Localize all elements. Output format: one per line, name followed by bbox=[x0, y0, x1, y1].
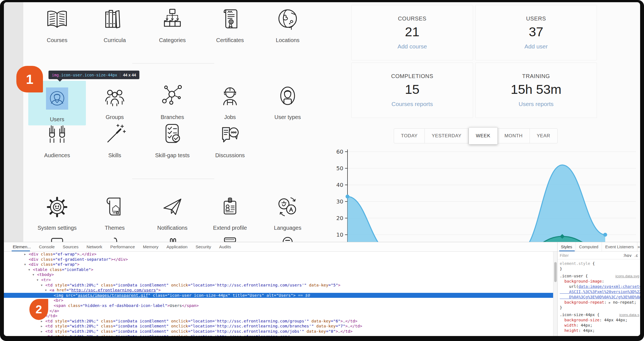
paper-plane-icon bbox=[160, 194, 185, 220]
svg-text:10: 10 bbox=[336, 231, 343, 238]
dom-line[interactable]: ▸ <div class="ef-wrap">…</div> bbox=[4, 252, 553, 257]
icon-tile-curricula[interactable]: Curricula bbox=[86, 2, 144, 43]
tooltip-tag: img bbox=[52, 73, 59, 77]
icon-tile-courses[interactable]: Courses bbox=[28, 2, 86, 43]
icon-tile-label: Skills bbox=[108, 152, 121, 159]
left-gutter bbox=[4, 2, 23, 242]
css-rule-line[interactable]: width: 44px; bbox=[560, 323, 640, 328]
icon-tile-notifications[interactable]: Notifications bbox=[144, 190, 201, 231]
icon-tile-user-types[interactable]: User types bbox=[259, 79, 316, 125]
tab-event-listeners[interactable]: Event Listeners bbox=[602, 242, 637, 251]
icon-tile-label: User types bbox=[274, 114, 301, 120]
dom-line[interactable]: </td> bbox=[4, 313, 553, 319]
dom-line[interactable]: ▸ <td style="width:20%;" class="iconData… bbox=[4, 334, 553, 336]
dom-line[interactable]: <span class="hidden-xs ef-dashboard-icon… bbox=[4, 303, 553, 308]
activity-area-chart[interactable]: 102030405060 bbox=[331, 147, 640, 242]
icon-tile-label: Languages bbox=[274, 225, 301, 231]
dom-line[interactable]: ▾ <tbody> bbox=[4, 272, 553, 277]
css-rule-line[interactable]: } bbox=[560, 305, 640, 310]
css-rule-line[interactable]: .icon-user {icons.data.svg bbox=[560, 273, 640, 279]
year-button[interactable]: YEAR bbox=[530, 128, 558, 143]
tab-network[interactable]: Network bbox=[86, 244, 102, 249]
dom-line[interactable]: ▾ <tr> bbox=[4, 277, 553, 283]
dom-line[interactable]: ▸ <td style="width:20%;" class="iconData… bbox=[4, 319, 553, 324]
dom-line[interactable]: ▸ <td style="width:20%;" class="iconData… bbox=[4, 324, 553, 329]
css-rule-line[interactable]: ASCII,%3C%3Fxml%20version%3D%221 bbox=[560, 289, 640, 294]
icon-tile-themes[interactable]: Themes bbox=[86, 190, 144, 231]
icon-tile-locations[interactable]: Locations bbox=[259, 2, 316, 43]
scrollbar-thumb[interactable] bbox=[554, 262, 557, 282]
tab-memory[interactable]: Memory bbox=[143, 244, 159, 249]
dom-line[interactable]: ▸ <td style="width:20%;" class="iconData… bbox=[4, 329, 553, 334]
styles-filter-input[interactable]: Filter bbox=[560, 253, 569, 258]
tab-styles[interactable]: Styles bbox=[558, 242, 576, 251]
gear-icon bbox=[44, 194, 70, 220]
yesterday-button[interactable]: YESTERDAY bbox=[425, 128, 469, 143]
today-button[interactable]: TODAY bbox=[394, 128, 425, 143]
pseudo-class-toggles[interactable]: :hov .c bbox=[623, 253, 638, 258]
css-rule-line[interactable]: .icon-size-44px {icons.data.s bbox=[560, 312, 640, 317]
dom-line[interactable]: ▾ <td style="width:20%;" class="iconData… bbox=[4, 283, 553, 288]
icon-tile-label: Themes bbox=[105, 225, 125, 231]
dom-line[interactable]: </a> bbox=[4, 308, 553, 314]
dom-line[interactable]: ▾ <table class="iconTable"> bbox=[4, 267, 553, 272]
week-button[interactable]: WEEK bbox=[469, 127, 497, 144]
tab-application[interactable]: Application bbox=[167, 244, 188, 249]
stat-value: 37 bbox=[529, 24, 543, 39]
dom-line[interactable]: <div class="ef-gradient-separator"></div… bbox=[4, 257, 553, 262]
css-rule-line[interactable]: url(data:image/svg+xml;charset=U bbox=[560, 284, 640, 289]
icon-tile-label: Discussions bbox=[215, 152, 245, 159]
clipped-icon bbox=[160, 236, 185, 242]
icon-tile-categories[interactable]: Categories bbox=[144, 2, 201, 43]
add-user-link[interactable]: Add user bbox=[524, 43, 548, 50]
stylesheet-source-link[interactable]: icons.data.svg bbox=[615, 273, 639, 279]
stat-value: 15 bbox=[405, 82, 419, 97]
icon-tile-system-settings[interactable]: System settings bbox=[28, 190, 86, 231]
icon-tile-certificates[interactable]: Certificates bbox=[201, 2, 259, 43]
icon-tile-label: Notifications bbox=[157, 225, 188, 231]
icon-tile-skills[interactable]: Skills bbox=[86, 118, 144, 159]
tab-computed[interactable]: Computed bbox=[576, 242, 602, 251]
browser-viewport: Courses Curricula Categories Cer bbox=[4, 2, 640, 336]
icon-tile-languages[interactable]: Languages bbox=[259, 190, 316, 231]
css-rule-line[interactable]: D%0A%3Cg%3E%0D%0A%3C/g%3E%0D%0A% bbox=[560, 294, 640, 300]
css-rule-line[interactable]: element.style { bbox=[560, 261, 640, 266]
month-button[interactable]: MONTH bbox=[498, 128, 530, 143]
tab-sources[interactable]: Sources bbox=[63, 244, 78, 249]
icon-tile-label: Skill-gap tests bbox=[155, 152, 190, 159]
styles-sidebar-tab-bar: Styles Computed Event Listeners » bbox=[558, 242, 640, 252]
css-rule-line[interactable]: height: 44px; bbox=[560, 328, 640, 333]
hierarchy-icon bbox=[160, 7, 185, 32]
dom-line[interactable]: ▾ <div class="ef-wrap"> bbox=[4, 262, 553, 267]
css-rule-line[interactable]: } bbox=[560, 266, 640, 272]
tooltip-classes: .icon-user.icon-size-44px bbox=[59, 73, 117, 77]
clipped-icon bbox=[275, 236, 300, 242]
icon-tile-audiences[interactable]: Audiences bbox=[28, 118, 86, 159]
dom-line[interactable]: ▾ <a href="http://ssc.efrontlearning.com… bbox=[4, 288, 553, 293]
tab-elements[interactable]: Elemen... bbox=[13, 244, 31, 249]
users-reports-link[interactable]: Users reports bbox=[518, 101, 553, 107]
stylesheet-source-link[interactable]: icons.data.s bbox=[619, 312, 639, 317]
overflow-chevron-icon[interactable]: » bbox=[637, 244, 640, 249]
dom-line[interactable]: <br> bbox=[4, 298, 553, 303]
stat-value: 15h 53m bbox=[511, 82, 561, 97]
css-rule-line[interactable]: background-repeat: ▶ no-repeat; bbox=[560, 300, 640, 305]
css-rule-line[interactable]: background-size: 44px 44px; bbox=[560, 317, 640, 323]
dom-tree-scrollbar[interactable] bbox=[553, 252, 558, 336]
elements-dom-tree: ▸ <div class="ef-wrap">…</div> <div clas… bbox=[4, 252, 553, 336]
devtools-panel: Elemen... Console Sources Network Perfor… bbox=[4, 242, 640, 336]
courses-reports-link[interactable]: Courses reports bbox=[392, 101, 433, 107]
icon-tile-extend-profile[interactable]: Extend profile bbox=[201, 190, 259, 231]
tab-security[interactable]: Security bbox=[196, 244, 211, 249]
dom-line-selected[interactable]: <img src="assets/images/transparent.gif"… bbox=[4, 293, 553, 298]
tab-audits[interactable]: Audits bbox=[219, 244, 231, 249]
icon-tile-skill-gap-tests[interactable]: Skill-gap tests bbox=[144, 118, 201, 159]
add-course-link[interactable]: Add course bbox=[397, 43, 427, 50]
user-badge-icon bbox=[275, 84, 300, 109]
tab-console[interactable]: Console bbox=[39, 244, 55, 249]
devtools-tab-bar: Elemen... Console Sources Network Perfor… bbox=[4, 242, 566, 252]
stat-card-courses: COURSES 21 Add course bbox=[351, 5, 473, 60]
css-rule-line[interactable]: background-image: bbox=[560, 279, 640, 284]
icon-tile-discussions[interactable]: Discussions bbox=[201, 118, 259, 159]
tab-performance[interactable]: Performance bbox=[110, 244, 135, 249]
